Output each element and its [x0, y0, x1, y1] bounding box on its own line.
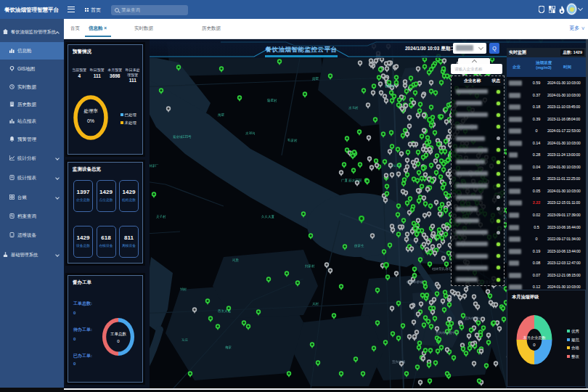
svg-text:沈北路: 沈北路	[392, 164, 402, 168]
svg-text:桂林荣氏酒店: 桂林荣氏酒店	[432, 267, 452, 271]
svg-text:桂林华侨城: 桂林华侨城	[407, 280, 423, 284]
svg-text:工单总数: 工单总数	[110, 332, 127, 336]
svg-text:钟村: 钟村	[180, 287, 187, 292]
svg-text:宜兴市体育中心: 宜兴市体育中心	[436, 330, 459, 335]
svg-text:0%: 0%	[87, 118, 94, 123]
svg-text:毛家村: 毛家村	[287, 138, 298, 143]
svg-text:林家厂: 林家厂	[148, 163, 159, 168]
svg-text:隆壁村: 隆壁村	[267, 98, 277, 103]
svg-text:0: 0	[117, 339, 120, 343]
svg-text:马庄: 马庄	[181, 338, 189, 342]
svg-text:西氿大道: 西氿大道	[218, 309, 232, 313]
svg-text:0: 0	[533, 343, 536, 347]
svg-text:水浸沟: 水浸沟	[245, 131, 256, 135]
svg-text:紫金城135号: 紫金城135号	[173, 135, 192, 139]
svg-text:闸壁: 闸壁	[218, 113, 225, 118]
svg-text:宜兴市info: 宜兴市info	[465, 317, 480, 320]
svg-text:本月企业总数: 本月企业总数	[523, 335, 546, 340]
svg-text:河胜: 河胜	[232, 258, 240, 262]
svg-text:处理率: 处理率	[83, 108, 98, 114]
svg-text:宜兴市城: 宜兴市城	[392, 360, 406, 364]
